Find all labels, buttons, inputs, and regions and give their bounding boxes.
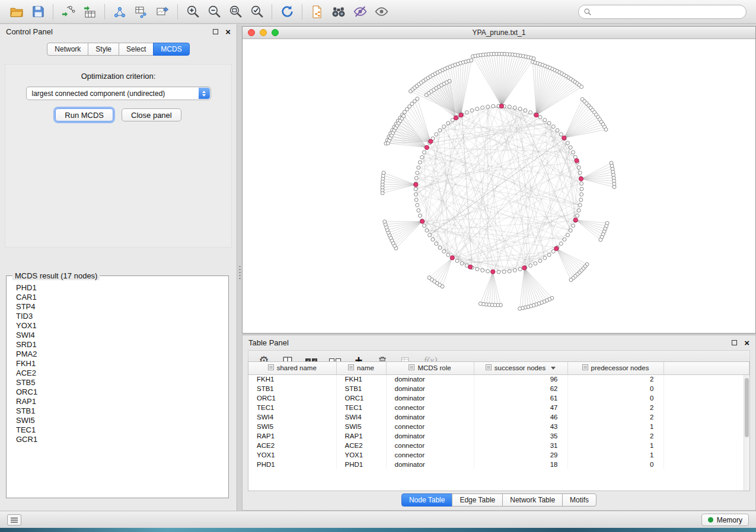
import-table-icon[interactable] bbox=[79, 3, 100, 21]
column-grip-icon bbox=[348, 364, 354, 371]
mcds-result-item[interactable]: CAR1 bbox=[10, 293, 225, 302]
zoom-out-icon[interactable] bbox=[203, 3, 225, 21]
show-all-icon[interactable] bbox=[371, 3, 392, 21]
dropdown-stepper-icon bbox=[199, 88, 210, 99]
save-session-icon[interactable] bbox=[27, 3, 49, 21]
mcds-result-item[interactable]: STP4 bbox=[10, 302, 225, 312]
search-icon bbox=[583, 8, 592, 16]
tab-motifs[interactable]: Motifs bbox=[562, 493, 596, 507]
column-grip-icon bbox=[268, 364, 274, 371]
application-window: Control Panel × Network Style Select MCD… bbox=[0, 0, 756, 532]
minimize-window-button[interactable] bbox=[260, 29, 267, 36]
mcds-result-item[interactable]: SWI5 bbox=[10, 416, 225, 425]
memory-button[interactable]: Memory bbox=[701, 514, 749, 526]
search-input[interactable] bbox=[578, 5, 747, 19]
column-header-mcds-role[interactable]: MCDS role bbox=[386, 362, 474, 374]
mcds-result-item[interactable]: ORC1 bbox=[10, 387, 225, 397]
mcds-result-item[interactable]: SRD1 bbox=[10, 340, 225, 350]
status-bar: Memory bbox=[0, 511, 756, 528]
search-field-wrap bbox=[578, 5, 747, 19]
table-row[interactable]: SWI5SWI5connector431 bbox=[248, 422, 749, 431]
import-network-icon[interactable] bbox=[58, 3, 79, 21]
mcds-result-item[interactable]: SWI4 bbox=[10, 331, 225, 340]
column-header-predecessor-nodes[interactable]: predecessor nodes bbox=[567, 362, 664, 374]
toolbar-separator bbox=[53, 4, 53, 20]
open-file-icon[interactable] bbox=[6, 3, 27, 21]
optimization-criterion-dropdown[interactable]: largest connected component (undirected) bbox=[26, 86, 211, 100]
control-panel-tabs: Network Style Select MCDS bbox=[0, 43, 237, 56]
float-table-panel-icon[interactable] bbox=[732, 340, 737, 345]
network-canvas-wrap bbox=[243, 40, 755, 333]
close-panel-icon[interactable]: × bbox=[225, 29, 231, 35]
hide-selected-icon[interactable] bbox=[349, 3, 371, 21]
mcds-panel-content: Optimization criterion: largest connecte… bbox=[5, 64, 232, 248]
network-canvas[interactable] bbox=[243, 40, 755, 333]
table-row[interactable]: TEC1TEC1connector472 bbox=[248, 403, 749, 412]
desktop-wallpaper-strip bbox=[0, 528, 756, 532]
tab-select[interactable]: Select bbox=[119, 43, 154, 56]
memory-label: Memory bbox=[717, 516, 742, 524]
apply-layout-icon[interactable] bbox=[276, 3, 298, 21]
mcds-result-title: MCDS result (17 nodes) bbox=[12, 271, 100, 280]
table-panel: Table Panel × ⚙ ✓✓ + f(x) bbox=[242, 335, 756, 511]
zoom-in-icon[interactable] bbox=[182, 3, 203, 21]
mcds-result-item[interactable]: TEC1 bbox=[10, 425, 225, 435]
column-header-successor-nodes[interactable]: successor nodes bbox=[474, 362, 567, 374]
table-row[interactable]: FKH1FKH1dominator962 bbox=[248, 374, 749, 384]
mcds-result-item[interactable]: FKH1 bbox=[10, 359, 225, 368]
table-row[interactable]: SWI4SWI4dominator462 bbox=[248, 412, 749, 422]
mcds-result-item[interactable]: PMA2 bbox=[10, 350, 225, 359]
main-toolbar bbox=[0, 0, 756, 24]
maximize-window-button[interactable] bbox=[272, 29, 279, 36]
vertical-splitter[interactable] bbox=[238, 24, 242, 511]
tab-node-table[interactable]: Node Table bbox=[401, 493, 453, 507]
mcds-result-item[interactable]: STB5 bbox=[10, 378, 225, 387]
table-panel-header: Table Panel × bbox=[243, 335, 755, 349]
zoom-selected-icon[interactable] bbox=[246, 3, 267, 21]
mcds-result-item[interactable]: YOX1 bbox=[10, 321, 225, 331]
table-row[interactable]: ACE2ACE2connector311 bbox=[248, 441, 749, 450]
table-row[interactable]: ORC1ORC1dominator610 bbox=[248, 393, 749, 403]
mcds-result-group: MCDS result (17 nodes) PHD1CAR1STP4TID3Y… bbox=[6, 275, 229, 498]
table-scrollbar[interactable] bbox=[744, 375, 749, 491]
tab-network-table[interactable]: Network Table bbox=[502, 493, 563, 507]
mcds-result-item[interactable]: TID3 bbox=[10, 312, 225, 321]
table-row[interactable]: YOX1YOX1connector291 bbox=[248, 450, 749, 460]
search-network-icon[interactable] bbox=[328, 3, 349, 21]
column-header-shared-name[interactable]: shared name bbox=[248, 362, 336, 374]
column-header-name[interactable]: name bbox=[336, 362, 386, 374]
tab-edge-table[interactable]: Edge Table bbox=[452, 493, 503, 507]
export-network-icon[interactable] bbox=[307, 3, 328, 21]
mcds-result-item[interactable]: PHD1 bbox=[10, 283, 225, 293]
tab-mcds[interactable]: MCDS bbox=[153, 43, 189, 56]
mcds-result-item[interactable]: ACE2 bbox=[10, 368, 225, 378]
toolbar-separator bbox=[302, 4, 302, 20]
tab-style[interactable]: Style bbox=[88, 43, 119, 56]
network-from-table-icon[interactable] bbox=[130, 3, 152, 21]
status-list-icon[interactable] bbox=[7, 514, 21, 525]
new-network-icon[interactable] bbox=[109, 3, 130, 21]
close-window-button[interactable] bbox=[248, 29, 255, 36]
mcds-result-item[interactable]: RAP1 bbox=[10, 397, 225, 406]
mcds-result-item[interactable]: STB1 bbox=[10, 406, 225, 416]
float-panel-icon[interactable] bbox=[213, 29, 218, 34]
table-row[interactable]: PHD1PHD1dominator180 bbox=[248, 460, 749, 469]
close-table-panel-icon[interactable]: × bbox=[744, 340, 749, 346]
control-panel-title: Control Panel bbox=[6, 27, 53, 36]
table-panel-tabs: Node Table Edge Table Network Table Moti… bbox=[243, 493, 755, 507]
table-header-row: shared name name MCDS role successor nod… bbox=[248, 362, 749, 374]
network-view-window: YPA_prune.txt_1 bbox=[242, 26, 756, 334]
close-panel-button[interactable]: Close panel bbox=[122, 108, 181, 121]
table-scrollbar-thumb[interactable] bbox=[745, 378, 749, 437]
mcds-result-list: PHD1CAR1STP4TID3YOX1SWI4SRD1PMA2FKH1ACE2… bbox=[10, 282, 225, 494]
toolbar-separator bbox=[104, 4, 105, 20]
node-table: shared name name MCDS role successor nod… bbox=[248, 362, 749, 469]
run-mcds-button[interactable]: Run MCDS bbox=[55, 108, 113, 121]
mcds-result-item[interactable]: GCR1 bbox=[10, 435, 225, 444]
tab-network[interactable]: Network bbox=[47, 43, 88, 56]
column-grip-icon bbox=[409, 364, 414, 371]
table-row[interactable]: RAP1RAP1dominator352 bbox=[248, 431, 749, 441]
table-row[interactable]: STB1STB1dominator620 bbox=[248, 384, 749, 393]
zoom-fit-icon[interactable] bbox=[225, 3, 246, 21]
export-image-icon[interactable] bbox=[152, 3, 173, 21]
